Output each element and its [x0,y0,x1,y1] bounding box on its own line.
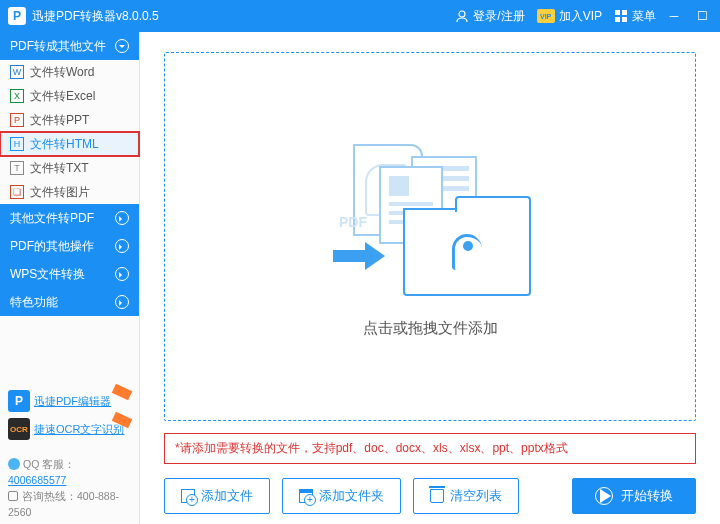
titlebar: P 迅捷PDF转换器v8.0.0.5 登录/注册 VIP 加入VIP 菜单 ─ … [0,0,720,32]
qq-icon [8,458,20,470]
app-logo-icon: P [8,7,26,25]
maximize-button[interactable]: ☐ [692,9,712,23]
contact-info: QQ 客服：4006685577 咨询热线：400-888-2560 [0,452,139,524]
svg-point-0 [459,11,465,17]
svg-rect-1 [615,10,620,15]
filetype-icon: T [10,161,24,175]
vip-button[interactable]: VIP 加入VIP [537,8,602,25]
clear-list-button[interactable]: 清空列表 [413,478,519,514]
vip-icon: VIP [537,9,555,23]
svg-rect-4 [622,17,627,22]
filetype-icon: H [10,137,24,151]
sidebar-item-0-0[interactable]: W文件转Word [0,60,139,84]
sidebar-item-0-1[interactable]: X文件转Excel [0,84,139,108]
svg-rect-3 [615,17,620,22]
add-folder-button[interactable]: 添加文件夹 [282,478,401,514]
sidebar-section-0[interactable]: PDF转成其他文件 [0,32,139,60]
svg-rect-2 [622,10,627,15]
content-area: PDF 点击或拖拽文件添加 *请添加需要转换的文件，支持pdf、doc、docx… [140,32,720,524]
login-button[interactable]: 登录/注册 [455,8,524,25]
add-file-button[interactable]: 添加文件 [164,478,270,514]
minimize-button[interactable]: ─ [664,9,684,23]
sidebar-section-4[interactable]: 特色功能 [0,288,139,316]
chevron-icon [115,39,129,53]
sidebar-section-1[interactable]: 其他文件转PDF [0,204,139,232]
dropzone-text: 点击或拖拽文件添加 [363,319,498,338]
menu-button[interactable]: 菜单 [614,8,656,25]
filetype-icon: X [10,89,24,103]
grid-icon [614,9,628,23]
qq-link[interactable]: 4006685577 [8,474,66,486]
app-title: 迅捷PDF转换器v8.0.0.5 [32,8,159,25]
sidebar-section-2[interactable]: PDF的其他操作 [0,232,139,260]
filetype-icon: P [10,113,24,127]
chevron-icon [115,295,129,309]
sidebar-item-0-3[interactable]: H文件转HTML [0,132,139,156]
sidebar: PDF转成其他文件W文件转WordX文件转ExcelP文件转PPTH文件转HTM… [0,32,140,524]
user-icon [455,9,469,23]
chevron-icon [115,239,129,253]
button-row: 添加文件 添加文件夹 清空列表 开始转换 [164,478,696,514]
start-convert-button[interactable]: 开始转换 [572,478,696,514]
sidebar-item-0-2[interactable]: P文件转PPT [0,108,139,132]
file-plus-icon [181,489,195,503]
chevron-icon [115,267,129,281]
trash-icon [430,489,444,503]
dropzone-illustration-icon: PDF [325,136,535,301]
promo-0[interactable]: P迅捷PDF编辑器 [8,390,131,412]
promo-1[interactable]: OCR捷速OCR文字识别 [8,418,131,440]
promo-icon: P [8,390,30,412]
filetype-icon: ❏ [10,185,24,199]
folder-plus-icon [299,489,313,503]
phone-icon [8,491,18,501]
sidebar-item-0-4[interactable]: T文件转TXT [0,156,139,180]
hot-badge-icon [112,384,133,401]
filetype-icon: W [10,65,24,79]
dropzone[interactable]: PDF 点击或拖拽文件添加 [164,52,696,421]
sidebar-section-3[interactable]: WPS文件转换 [0,260,139,288]
sidebar-item-0-5[interactable]: ❏文件转图片 [0,180,139,204]
play-icon [595,487,613,505]
chevron-icon [115,211,129,225]
promo-icon: OCR [8,418,30,440]
format-note: *请添加需要转换的文件，支持pdf、doc、docx、xls、xlsx、ppt、… [164,433,696,464]
